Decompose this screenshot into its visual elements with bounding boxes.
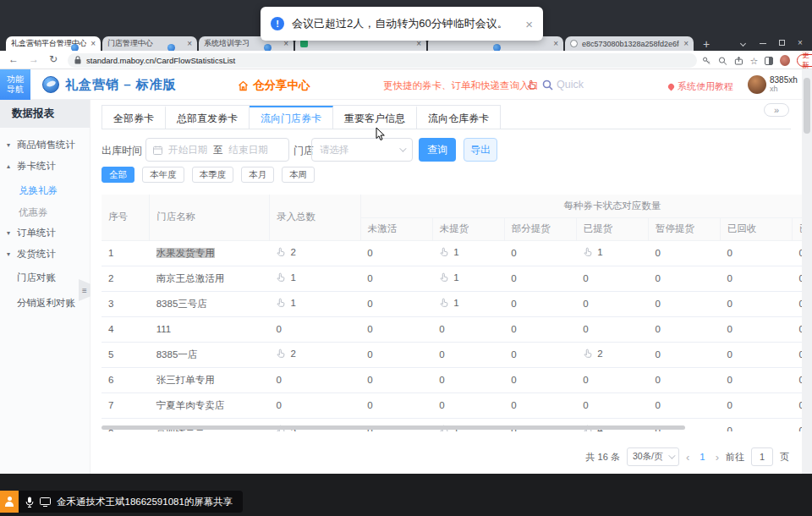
cell-value: 0 — [576, 316, 648, 342]
user-avatar[interactable] — [748, 75, 766, 94]
clickable-count[interactable]: 1 — [276, 298, 295, 308]
page-size-select[interactable]: 30条/页 — [627, 447, 679, 466]
close-window-button[interactable]: × — [793, 37, 808, 49]
cell-value[interactable]: 2 — [269, 342, 360, 367]
cell-value: 0 — [720, 291, 792, 316]
bookmark-star-icon[interactable]: ☆ — [749, 56, 758, 66]
password-key-icon[interactable] — [702, 56, 711, 66]
prev-page-button[interactable]: ‹ — [686, 451, 689, 464]
quick-filter-1[interactable]: 全部 — [102, 167, 134, 183]
sidebar-item-6[interactable]: ▾发货统计 — [0, 244, 91, 263]
zoom-icon[interactable] — [718, 56, 727, 66]
cell-value[interactable]: 1 — [269, 266, 360, 291]
horizontal-scrollbar[interactable] — [102, 425, 685, 430]
quick-filter-4[interactable]: 本月 — [241, 167, 274, 183]
cell-value[interactable]: 2 — [576, 342, 648, 367]
sidebar-item-3[interactable]: 兑换礼券 — [0, 181, 91, 200]
clickable-count[interactable]: 1 — [276, 272, 295, 283]
next-page-button[interactable]: › — [716, 451, 719, 464]
cell-value: 0 — [720, 392, 792, 418]
count-value: 2 — [290, 349, 295, 359]
minimize-button[interactable] — [755, 37, 771, 49]
quick-filter-5[interactable]: 本周 — [282, 167, 315, 183]
forward-icon[interactable]: → — [29, 53, 39, 65]
tab-close-icon[interactable]: × — [553, 40, 558, 48]
clickable-count[interactable]: 2 — [276, 349, 295, 359]
tab-close-icon[interactable]: × — [187, 40, 192, 48]
cell-value[interactable]: 1 — [576, 240, 648, 266]
date-range-input[interactable]: 开始日期 至 结束日期 — [145, 138, 289, 162]
maximize-button[interactable] — [774, 37, 789, 49]
sidebar-item-5[interactable]: ▾订单统计 — [0, 223, 91, 242]
browser-profile-avatar[interactable] — [780, 55, 790, 66]
sidebar-item-1[interactable]: ▾商品销售统计 — [0, 135, 91, 154]
cell-value[interactable]: 2 — [269, 240, 360, 266]
cell-value[interactable]: 1 — [432, 291, 504, 316]
tab-search-icon[interactable] — [735, 37, 750, 49]
back-icon[interactable]: ← — [8, 53, 19, 65]
new-tab-button[interactable]: + — [700, 37, 712, 51]
expand-toolbar-button[interactable]: » — [764, 103, 789, 117]
quick-search-icon[interactable] — [542, 79, 553, 94]
cell-value: 0 — [576, 266, 648, 291]
export-button[interactable]: 导出 — [464, 138, 497, 162]
cell-value[interactable]: 1 — [432, 240, 504, 266]
nav-line1: 功能 — [7, 74, 24, 85]
page-scrollbar-track[interactable] — [802, 69, 812, 474]
toast-close-icon[interactable]: × — [525, 17, 533, 31]
cell-value[interactable]: 1 — [269, 291, 360, 316]
goto-page-input[interactable]: 1 — [751, 447, 773, 466]
page-scrollbar-thumb[interactable] — [804, 78, 810, 134]
content-tab-5[interactable]: 流向仓库券卡 — [417, 106, 500, 129]
pagination: 共 16 条 30条/页 ‹ 1 › 前往 1 页 — [586, 447, 789, 467]
time-filter-label: 出库时间 — [102, 144, 142, 158]
content-tab-1[interactable]: 全部券卡 — [102, 106, 166, 129]
browser-tab[interactable]: e8c573080b1328a258fd2e6f8× — [565, 36, 694, 51]
sidebar-item-4[interactable]: 优惠券 — [0, 203, 91, 222]
quick-filter-2[interactable]: 本年度 — [142, 167, 184, 183]
cell-value[interactable]: 1 — [432, 266, 504, 291]
quick-filter-3[interactable]: 本季度 — [192, 167, 234, 183]
cell-value: 0 — [720, 240, 792, 266]
function-nav-toggle[interactable]: 功能 导航 — [0, 69, 30, 100]
goto-label: 前往 — [726, 451, 744, 464]
sidebar-item-2[interactable]: ▴券卡统计 — [0, 156, 91, 175]
content-tab-2[interactable]: 总部直发券卡 — [166, 106, 250, 129]
content-tab-3[interactable]: 流向门店券卡 — [250, 106, 333, 129]
store-select[interactable]: 请选择 — [311, 138, 413, 162]
share-icon[interactable] — [734, 56, 743, 66]
tab-close-icon[interactable]: × — [416, 40, 421, 48]
clickable-count[interactable]: 2 — [276, 247, 295, 257]
browser-tab[interactable]: 门店管理中心× — [102, 36, 197, 51]
store-name-text: 水果发货专用 — [156, 248, 215, 258]
page-body: 数据报表 ▾商品销售统计▴券卡统计兑换礼券优惠券▾订单统计▾发货统计门店对账分销… — [0, 100, 812, 474]
tutorial-link[interactable]: 系统使用教程 — [668, 80, 733, 93]
url-text: standard.maboy.cn/CardFlowStatisticsList — [86, 56, 235, 65]
clickable-count[interactable]: 2 — [583, 349, 602, 359]
reload-icon[interactable]: ↻ — [49, 53, 58, 65]
caret-down-icon: ▾ — [7, 250, 17, 258]
quick-label[interactable]: Quick — [557, 79, 584, 91]
content-tab-4[interactable]: 重要客户信息 — [333, 106, 417, 129]
cell-value: 0 — [576, 367, 648, 392]
tab-close-icon[interactable]: × — [91, 40, 96, 48]
search-button[interactable]: 查询 — [419, 138, 456, 162]
sidebar-item-label: 发货统计 — [17, 248, 56, 261]
clickable-count[interactable]: 1 — [583, 247, 602, 257]
sidebar-item-8[interactable]: 分销返利对账 — [0, 294, 91, 312]
clickable-count[interactable]: 1 — [439, 298, 458, 308]
current-page-button[interactable]: 1 — [696, 452, 708, 462]
clickable-count[interactable]: 1 — [439, 272, 458, 283]
cell-value: 0 — [720, 316, 792, 342]
chrome-update-button[interactable]: 更新 ⋮ — [797, 54, 812, 67]
tutorial-label: 系统使用教程 — [678, 80, 733, 93]
sidebar-item-7[interactable]: 门店对账 — [0, 268, 91, 287]
browser-tab[interactable]: 礼盒营销平台管理中心× — [6, 36, 101, 51]
screen-share-text: 金禾通技术王斌18662591081的屏幕共享 — [57, 496, 233, 508]
share-center-link[interactable]: 仓分享中心 — [238, 78, 310, 93]
tab-close-icon[interactable]: × — [683, 40, 689, 48]
clickable-count[interactable]: 1 — [439, 247, 458, 257]
tab-close-icon[interactable]: × — [283, 40, 288, 48]
address-bar[interactable]: standard.maboy.cn/CardFlowStatisticsList — [68, 53, 697, 68]
side-panel-icon[interactable] — [765, 57, 773, 65]
